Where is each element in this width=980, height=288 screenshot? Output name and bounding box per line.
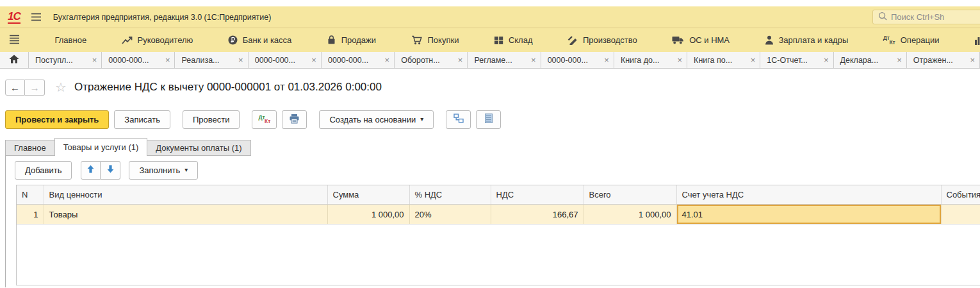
window-tab-label: 0000-000... <box>255 56 295 65</box>
menu-otchety[interactable]: Отчеты <box>974 35 980 45</box>
cell-n[interactable]: 1 <box>17 205 44 224</box>
window-tab[interactable]: Деклара...× <box>834 52 907 68</box>
cell-sum[interactable]: 1 000,00 <box>327 205 409 224</box>
menu-operacii[interactable]: Дт Кт Операции <box>883 35 940 46</box>
sections-panel-icon[interactable] <box>9 35 20 46</box>
add-row-button[interactable]: Добавить <box>15 161 72 180</box>
menu-glavnoe[interactable]: Главное <box>54 35 86 45</box>
menu-label: Зарплата и кадры <box>779 35 849 45</box>
window-tab[interactable]: Реализа...× <box>175 52 248 68</box>
cart-icon <box>411 35 423 45</box>
post-and-close-button[interactable]: Провести и закрыть <box>5 110 109 129</box>
column-header-account: Счет учета НДС <box>676 185 941 205</box>
post-button[interactable]: Провести <box>183 110 240 129</box>
menu-label: Покупки <box>428 35 459 45</box>
trend-icon <box>122 36 133 45</box>
menu-label: Операции <box>901 35 940 45</box>
fill-label: Заполнить <box>139 165 180 175</box>
window-tab[interactable]: Поступл...× <box>29 52 102 68</box>
create-based-on-button[interactable]: Создать на основании ▾ <box>319 110 434 129</box>
menu-label: Производство <box>583 35 637 45</box>
menu-bank-i-kassa[interactable]: Банк и касса <box>228 35 292 45</box>
tab-glavnoe[interactable]: Главное <box>5 140 55 156</box>
window-tab-label: Отражен... <box>913 56 953 65</box>
cell-account-selected[interactable]: 41.01 <box>676 205 941 224</box>
close-icon[interactable]: × <box>92 55 97 65</box>
print-button[interactable] <box>282 110 307 129</box>
cell-vat[interactable]: 166,67 <box>491 205 584 224</box>
menu-label: Руководителю <box>138 35 193 45</box>
window-tab-label: 0000-000... <box>328 56 368 65</box>
close-icon[interactable]: × <box>531 55 536 65</box>
column-header-vat: НДС <box>491 185 584 205</box>
window-tab-label: Книга по... <box>694 56 732 65</box>
window-tab-label: Оборотн... <box>401 56 440 65</box>
close-icon[interactable]: × <box>311 55 316 65</box>
window-tab-label: Поступл... <box>35 56 73 65</box>
window-tab[interactable]: Книга до...× <box>614 52 687 68</box>
close-icon[interactable]: × <box>824 55 829 65</box>
window-tab[interactable]: Книга по...× <box>687 52 760 68</box>
close-icon[interactable]: × <box>604 55 609 65</box>
cell-vat-rate[interactable]: 20% <box>409 205 491 224</box>
column-header-sum: Сумма <box>327 185 409 205</box>
move-down-button[interactable] <box>101 161 120 180</box>
menu-pokupki[interactable]: Покупки <box>411 35 459 45</box>
window-tab[interactable]: 1С-Отчет...× <box>760 52 833 68</box>
close-icon[interactable]: × <box>897 55 902 65</box>
menu-os-i-nma[interactable]: ОС и НМА <box>672 35 730 45</box>
window-tab[interactable]: 0000-000...× <box>322 52 395 68</box>
tab-dokumenty-oplaty[interactable]: Документы оплаты (1) <box>147 140 250 156</box>
window-tab-label: 0000-000... <box>108 56 149 65</box>
window-tab[interactable]: Регламе...× <box>468 52 541 68</box>
global-search-input[interactable]: Поиск Ctrl+Sh <box>872 10 980 24</box>
close-icon[interactable]: × <box>385 55 390 65</box>
back-button[interactable]: ← <box>5 80 25 96</box>
cell-event[interactable] <box>941 205 980 224</box>
home-tab[interactable] <box>0 52 29 68</box>
menu-label: Банк и касса <box>243 35 292 45</box>
document-title: Отражение НДС к вычету 0000-000001 от 01… <box>74 81 382 94</box>
close-icon[interactable]: × <box>238 55 243 65</box>
dtkt-icon: Дт Кт <box>883 35 895 46</box>
tab-label: Документы оплаты (1) <box>156 143 241 153</box>
window-tab[interactable]: 0000-000...× <box>102 52 175 68</box>
close-icon[interactable]: × <box>678 55 683 65</box>
forward-arrow-icon: → <box>30 82 40 93</box>
menu-label: ОС и НМА <box>689 35 730 45</box>
menu-proizvodstvo[interactable]: Производство <box>568 35 637 45</box>
cell-total[interactable]: 1 000,00 <box>584 205 676 224</box>
barchart-icon <box>974 36 980 45</box>
title-bar: 1С Бухгалтерия предприятия, редакция 3.0… <box>0 6 980 28</box>
favorite-star-icon[interactable]: ☆ <box>55 81 67 94</box>
document-register-button[interactable] <box>476 110 501 129</box>
main-menu-icon[interactable] <box>31 13 42 21</box>
cell-kind[interactable]: Товары <box>44 205 327 224</box>
menu-sklad[interactable]: Склад <box>494 35 533 45</box>
related-documents-button[interactable] <box>446 110 471 129</box>
window-tab[interactable]: 0000-000...× <box>541 52 614 68</box>
forward-button[interactable]: → <box>25 80 45 96</box>
window-tab-active[interactable]: Отражен...× <box>907 52 980 68</box>
table-header-row: N Вид ценности Сумма % НДС НДС Всего Сче… <box>17 185 980 205</box>
move-up-button[interactable] <box>81 161 101 180</box>
column-header-n: N <box>17 185 44 205</box>
menu-rukovoditelyu[interactable]: Руководителю <box>122 35 193 45</box>
column-header-vat-rate: % НДС <box>409 185 491 205</box>
window-tab[interactable]: 0000-000...× <box>249 52 322 68</box>
close-icon[interactable]: × <box>458 55 463 65</box>
ruble-icon <box>228 35 238 45</box>
fill-button[interactable]: Заполнить ▾ <box>129 161 198 180</box>
window-tab[interactable]: Оборотн...× <box>395 52 468 68</box>
close-icon[interactable]: × <box>970 55 975 65</box>
menu-prodazhi[interactable]: Продажи <box>327 35 376 45</box>
tab-tovary-i-uslugi[interactable]: Товары и услуги (1) <box>54 138 148 156</box>
app-title: Бухгалтерия предприятия, редакция 3.0 (1… <box>53 13 272 22</box>
save-button[interactable]: Записать <box>114 110 170 129</box>
close-icon[interactable]: × <box>751 55 756 65</box>
truck-icon <box>672 36 684 44</box>
show-postings-button[interactable]: Дт Кт <box>252 110 277 129</box>
menu-zarplata-i-kadry[interactable]: Зарплата и кадры <box>765 35 849 45</box>
items-table: N Вид ценности Сумма % НДС НДС Всего Сче… <box>16 185 980 285</box>
close-icon[interactable]: × <box>165 55 170 65</box>
